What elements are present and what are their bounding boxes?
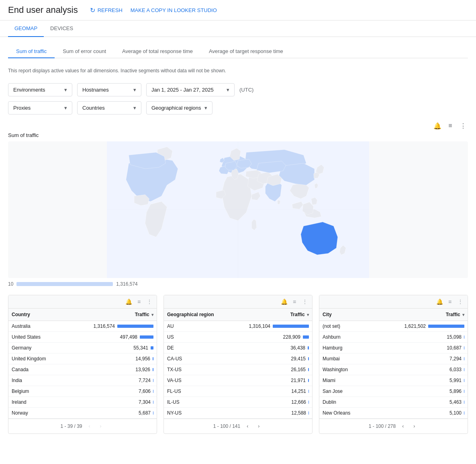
hostnames-filter[interactable]: Hostnames ▾ [77,83,141,96]
refresh-button[interactable]: ↻ REFRESH [90,6,123,14]
table-row: Germany 55,341 [8,343,157,354]
sub-tabs: Sum of traffic Sum of error count Averag… [8,45,468,58]
map-title: Sum of traffic [8,132,468,138]
table-row: AU 1,316,104 [164,321,312,332]
traffic-bar [153,411,153,415]
geo-table-container: 🔔 ≡ ⋮ Geographical region Traffic ▾ AU 1… [163,295,313,434]
map-scale: 10 1,316,574 [8,281,468,287]
country-cell: Norway [8,408,64,419]
geo-traffic-cell: 14,251 [229,386,312,397]
traffic-cell: 7,724 [64,375,157,386]
subtab-traffic[interactable]: Sum of traffic [8,45,55,58]
city-next-button[interactable]: › [410,422,418,430]
environments-filter[interactable]: Environments ▾ [8,83,72,96]
city-prev-button[interactable]: ‹ [399,422,407,430]
subtab-total-response[interactable]: Average of total response time [114,45,201,58]
geo-region-cell: TX-US [164,364,229,375]
traffic-cell: 14,956 [64,354,157,364]
geo-traffic-cell: 228,909 [229,332,312,343]
scale-bar [16,282,113,286]
country-cell: United Kingdom [8,354,64,364]
refresh-label: REFRESH [98,7,123,13]
main-content: Sum of traffic Sum of error count Averag… [0,37,476,442]
city-table-more-icon[interactable]: ⋮ [456,298,464,306]
tab-geomap[interactable]: GEOMAP [8,20,44,37]
tab-devices[interactable]: DEVICES [44,20,80,37]
countries-filter[interactable]: Countries ▾ [77,101,141,114]
tables-section: 🔔 ≡ ⋮ Country Traffic ▾ Australia 1,316,… [8,295,468,434]
geo-regions-label: Geographical regions [151,105,201,111]
traffic-col-header[interactable]: Traffic ▾ [64,309,157,321]
city-traffic-cell: 10,687 [370,343,468,354]
country-prev-button[interactable]: ‹ [86,422,94,430]
country-cell: Canada [8,364,64,375]
environments-label: Environments [13,87,45,93]
table-row: Ashburn 15,098 [319,332,468,343]
subtab-target-response[interactable]: Average of target response time [201,45,291,58]
table-row: Washington 6,033 [319,364,468,375]
geo-traffic-col-header[interactable]: Traffic ▾ [229,309,312,321]
map-more-icon[interactable]: ⋮ [458,121,468,131]
traffic-bar [151,346,153,350]
country-table-toolbar: 🔔 ≡ ⋮ [8,295,157,309]
geo-traffic-cell: 12,666 [229,397,312,408]
geo-regions-filter[interactable]: Geographical regions ▾ [146,101,212,114]
table-row: TX-US 26,165 [164,364,312,375]
table-row: FL-US 14,251 [164,386,312,397]
geo-pagination-text: 1 - 100 / 141 [213,423,240,429]
country-cell: Ireland [8,397,64,408]
city-cell: Mumbai [319,354,370,364]
traffic-bar [153,368,153,371]
table-row: VA-US 21,971 [164,375,312,386]
info-text: This report displays active values for a… [8,65,468,77]
date-range-filter[interactable]: Jan 1, 2025 - Jan 27, 2025 ▾ [146,83,235,96]
city-table-filter-icon[interactable]: ≡ [446,298,454,306]
country-pagination: 1 - 39 / 39 ‹ › [8,419,157,433]
city-cell: New Orleans [319,408,370,419]
subtab-error[interactable]: Sum of error count [55,45,114,58]
map-lock-icon[interactable]: 🔔 [433,121,442,131]
countries-label: Countries [82,105,105,111]
traffic-bar [464,401,464,404]
scale-min: 10 [8,281,13,287]
map-filter-icon[interactable]: ≡ [445,121,455,131]
city-traffic-col-header[interactable]: Traffic ▾ [370,309,468,321]
geo-table-filter-icon[interactable]: ≡ [290,298,298,306]
country-next-button[interactable]: › [97,422,105,430]
traffic-bar [464,357,464,360]
geo-table-bell-icon[interactable]: 🔔 [280,298,288,306]
table-row: DE 36,438 [164,343,312,354]
world-map-container[interactable] [8,141,468,278]
geo-traffic-cell: 36,438 [229,343,312,354]
geo-next-button[interactable]: › [255,422,263,430]
copy-button[interactable]: MAKE A COPY IN LOOKER STUDIO [131,7,217,13]
city-table-bell-icon[interactable]: 🔔 [435,298,443,306]
country-table-more-icon[interactable]: ⋮ [145,298,153,306]
environments-arrow: ▾ [64,87,67,93]
date-range-label: Jan 1, 2025 - Jan 27, 2025 [151,87,214,93]
country-table-bell-icon[interactable]: 🔔 [125,298,133,306]
geo-region-cell: CA-US [164,354,229,364]
city-table: City Traffic ▾ (not set) 1,621,502 Ashbu… [319,309,468,419]
traffic-bar [308,401,309,404]
country-cell: Germany [8,343,64,354]
city-table-container: 🔔 ≡ ⋮ City Traffic ▾ (not set) 1,621,502 [319,295,468,434]
city-traffic-cell: 7,294 [370,354,468,364]
traffic-bar [428,325,464,328]
country-table-body: Australia 1,316,574 United States 497,49… [8,321,157,419]
table-row: Belgium 7,606 [8,386,157,397]
proxies-filter[interactable]: Proxies ▾ [8,101,72,114]
traffic-bar [464,411,464,415]
table-row: United Kingdom 14,956 [8,354,157,364]
traffic-bar [153,390,153,393]
scale-max: 1,316,574 [116,281,137,287]
table-row: Hamburg 10,687 [319,343,468,354]
traffic-cell: 13,926 [64,364,157,375]
city-cell: Ashburn [319,332,370,343]
country-table-filter-icon[interactable]: ≡ [135,298,143,306]
traffic-cell: 497,498 [64,332,157,343]
refresh-icon: ↻ [90,6,95,14]
geo-table-more-icon[interactable]: ⋮ [301,298,309,306]
geo-prev-button[interactable]: ‹ [243,422,251,430]
table-row: New Orleans 5,100 [319,408,468,419]
